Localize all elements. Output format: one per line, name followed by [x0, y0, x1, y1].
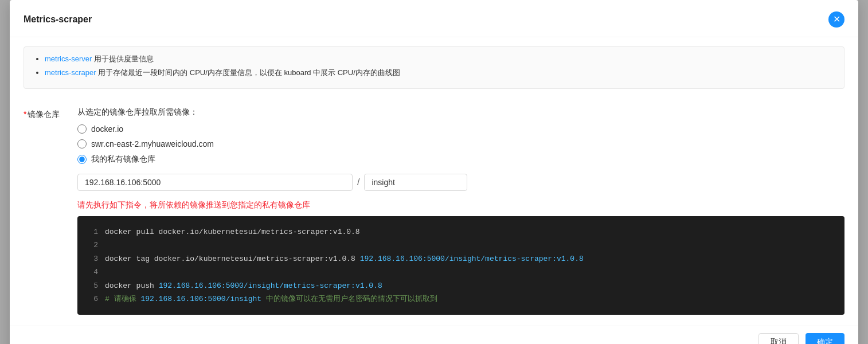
line-num-3: 3: [89, 252, 98, 265]
modal-title: Metrics-scraper: [24, 14, 92, 25]
code-line-6: 6 # 请确保 192.168.16.106:5000/insight 中的镜像…: [89, 292, 833, 306]
repo-namespace-input[interactable]: [364, 174, 467, 191]
line-num-5: 5: [89, 279, 98, 292]
info-list: metrics-server 用于提供度量信息 metrics-scraper …: [36, 54, 832, 78]
modal-overlay: Metrics-scraper ✕ metrics-server 用于提供度量信…: [0, 0, 868, 344]
divider-slash: /: [357, 177, 359, 187]
radio-huawei-label: swr.cn-east-2.myhuaweicloud.com: [91, 139, 214, 148]
radio-huawei-input[interactable]: [77, 139, 87, 148]
code-block: 1 docker pull docker.io/kubernetesui/met…: [77, 216, 844, 315]
radio-private-label: 我的私有镜像仓库: [91, 154, 155, 165]
metrics-server-link[interactable]: metrics-server: [45, 54, 92, 63]
radio-huawei[interactable]: swr.cn-east-2.myhuaweicloud.com: [77, 139, 844, 148]
radio-private-input[interactable]: [77, 155, 87, 164]
line-num-1: 1: [89, 225, 98, 239]
input-row: /: [77, 174, 844, 191]
info-item-2: metrics-scraper 用于存储最近一段时间内的 CPU/内存度量信息，…: [45, 68, 832, 78]
line-num-2: 2: [89, 239, 98, 252]
metrics-scraper-link[interactable]: metrics-scraper: [45, 68, 96, 77]
close-button[interactable]: ✕: [828, 11, 844, 28]
form-content: 从选定的镜像仓库拉取所需镜像： docker.io swr.cn-east-2.…: [77, 107, 844, 315]
radio-private[interactable]: 我的私有镜像仓库: [77, 154, 844, 165]
modal: Metrics-scraper ✕ metrics-server 用于提供度量信…: [10, 0, 858, 344]
code-content-2: [105, 239, 110, 252]
code-line-5: 5 docker push 192.168.16.106:5000/insigh…: [89, 279, 833, 292]
label-text: 镜像仓库: [28, 110, 60, 119]
code-content-6: # 请确保 192.168.16.106:5000/insight 中的镜像可以…: [105, 292, 437, 306]
modal-header: Metrics-scraper ✕: [10, 0, 858, 37]
radio-docker-input[interactable]: [77, 124, 87, 134]
code-line-1: 1 docker pull docker.io/kubernetesui/met…: [89, 225, 833, 239]
line-num-6: 6: [89, 292, 98, 306]
code-content-3: docker tag docker.io/kubernetesui/metric…: [105, 252, 584, 265]
info-item-2-desc: 用于存储最近一段时间内的 CPU/内存度量信息，以便在 kuboard 中展示 …: [98, 68, 400, 77]
required-mark: *: [24, 110, 26, 119]
code-content-5: docker push 192.168.16.106:5000/insight/…: [105, 279, 382, 292]
line-num-4: 4: [89, 265, 98, 279]
repo-desc: 从选定的镜像仓库拉取所需镜像：: [77, 107, 844, 118]
confirm-button[interactable]: 确定: [806, 333, 844, 344]
code-content-4: [105, 265, 110, 279]
info-box: metrics-server 用于提供度量信息 metrics-scraper …: [24, 46, 844, 89]
info-item-1-desc: 用于提供度量信息: [94, 54, 154, 63]
radio-docker[interactable]: docker.io: [77, 124, 844, 134]
radio-group: docker.io swr.cn-east-2.myhuaweicloud.co…: [77, 124, 844, 165]
code-line-4: 4: [89, 265, 833, 279]
form-section: *镜像仓库 从选定的镜像仓库拉取所需镜像： docker.io swr.cn-e…: [10, 98, 858, 324]
code-line-3: 3 docker tag docker.io/kubernetesui/metr…: [89, 252, 833, 265]
repo-address-input[interactable]: [77, 174, 353, 191]
close-icon: ✕: [833, 15, 840, 24]
form-label: *镜像仓库: [24, 107, 64, 120]
cancel-button[interactable]: 取消: [758, 333, 799, 344]
code-line-2: 2: [89, 239, 833, 252]
modal-footer: 取消 确定: [10, 326, 858, 344]
radio-docker-label: docker.io: [91, 124, 123, 134]
code-content-1: docker pull docker.io/kubernetesui/metri…: [105, 225, 360, 239]
info-item-1: metrics-server 用于提供度量信息: [45, 54, 832, 64]
warning-text: 请先执行如下指令，将所依赖的镜像推送到您指定的私有镜像仓库: [77, 200, 844, 210]
